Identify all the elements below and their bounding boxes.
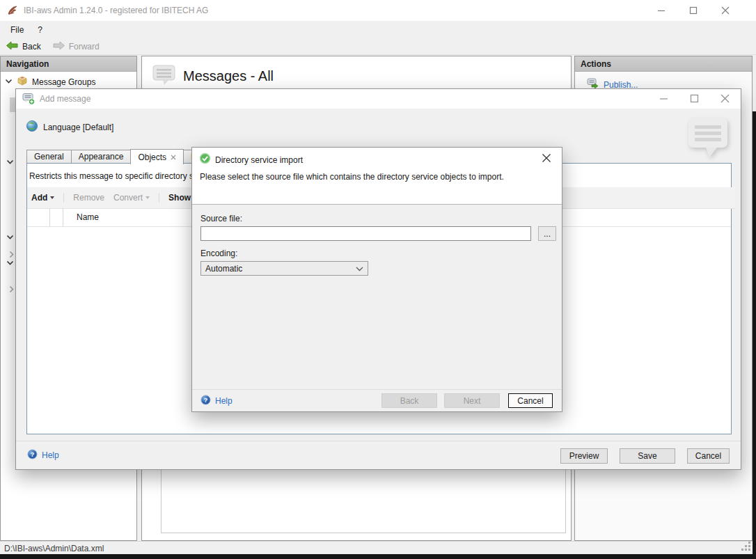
import-dialog-header[interactable]: Directory service import Please select t…	[192, 148, 562, 205]
source-file-input[interactable]	[200, 226, 531, 241]
tab-appearance[interactable]: Appearance	[71, 150, 131, 164]
messages-icon	[152, 64, 178, 88]
screen-edge-bottom	[0, 554, 756, 559]
minimize-icon[interactable]	[656, 5, 667, 16]
add-button[interactable]: Add	[31, 193, 54, 203]
preview-button[interactable]: Preview	[560, 448, 608, 464]
back-label: Back	[22, 42, 41, 52]
menu-file[interactable]: File	[3, 22, 31, 38]
chevron-down-icon[interactable]	[6, 259, 14, 269]
screen-edge-right	[753, 111, 756, 559]
chevron-right-icon[interactable]	[8, 285, 15, 295]
convert-label: Convert	[113, 193, 143, 203]
wizard-buttons: Back Next Cancel	[381, 393, 553, 408]
close-icon[interactable]	[720, 5, 731, 16]
add-message-title: Add message	[40, 94, 90, 104]
selector-column-header[interactable]	[27, 208, 50, 226]
resize-grip[interactable]	[741, 542, 750, 553]
import-dialog-description: Please select the source file which cont…	[200, 172, 504, 182]
add-message-icon	[22, 93, 36, 105]
tree-item-label: Message Groups	[32, 77, 95, 87]
add-message-titlebar[interactable]: Add message	[16, 89, 741, 109]
statusbar: D:\IBI-aws\Admin\Data.xml	[0, 541, 756, 555]
status-path: D:\IBI-aws\Admin\Data.xml	[4, 544, 104, 553]
import-dialog: Directory service import Please select t…	[191, 147, 562, 412]
show-label: Show	[168, 193, 191, 203]
remove-label: Remove	[73, 193, 104, 203]
main-toolbar: Back Forward	[0, 38, 756, 55]
svg-text:?: ?	[31, 451, 35, 458]
browse-button[interactable]: ...	[538, 226, 556, 241]
window-title: IBI-aws Admin 1.24.0 - registered for IB…	[24, 6, 208, 15]
help-label: Help	[42, 450, 59, 460]
menu-help[interactable]: ?	[31, 22, 49, 38]
convert-button[interactable]: Convert	[113, 193, 150, 203]
dialog-controls	[659, 94, 730, 105]
actions-header: Actions	[575, 56, 752, 72]
app-icon	[7, 5, 18, 16]
tab-label: Appearance	[79, 152, 124, 162]
close-icon[interactable]	[542, 153, 551, 165]
forward-label: Forward	[69, 42, 100, 52]
forward-icon	[52, 40, 65, 53]
help-icon: ?	[200, 395, 211, 407]
chevron-down-icon	[356, 264, 363, 274]
message-groups-icon	[17, 75, 28, 88]
message-watermark-icon	[687, 116, 730, 164]
help-link[interactable]: ? Help	[27, 449, 59, 462]
footer-buttons: Preview Save Cancel	[560, 448, 730, 464]
chevron-down-icon	[50, 196, 54, 199]
close-icon[interactable]	[720, 94, 730, 105]
chevron-down-icon[interactable]	[5, 77, 13, 87]
add-label: Add	[31, 193, 47, 203]
chevron-down-icon[interactable]	[6, 158, 14, 168]
maximize-icon[interactable]	[688, 5, 699, 16]
icon-column-header[interactable]	[50, 208, 63, 226]
svg-text:?: ?	[204, 397, 208, 404]
minimize-icon[interactable]	[659, 94, 668, 105]
forward-button[interactable]: Forward	[47, 38, 105, 54]
name-column-header[interactable]: Name	[63, 212, 99, 222]
save-button[interactable]: Save	[620, 448, 675, 464]
window-controls	[656, 5, 731, 16]
back-icon	[6, 40, 19, 53]
cancel-button[interactable]: Cancel	[508, 393, 553, 408]
help-label: Help	[215, 396, 233, 406]
help-icon: ?	[27, 449, 38, 462]
language-label: Language [Default]	[43, 123, 113, 132]
navigation-header: Navigation	[1, 56, 136, 72]
main-window-titlebar[interactable]: IBI-aws Admin 1.24.0 - registered for IB…	[0, 0, 756, 22]
add-message-footer: ? Help Preview Save Cancel	[16, 441, 741, 470]
screen: IBI-aws Admin 1.24.0 - registered for IB…	[0, 0, 756, 559]
next-button[interactable]: Next	[444, 393, 500, 408]
encoding-label: Encoding:	[200, 249, 237, 258]
tab-label: Objects	[138, 152, 166, 162]
import-wizard-icon	[199, 152, 211, 166]
encoding-value: Automatic	[205, 264, 242, 274]
tab-objects[interactable]: Objects	[130, 149, 184, 164]
back-button[interactable]: Back	[381, 393, 437, 408]
language-globe-icon	[26, 120, 38, 134]
maximize-icon[interactable]	[690, 94, 699, 105]
cancel-button[interactable]: Cancel	[687, 448, 730, 464]
tab-close-icon[interactable]	[171, 152, 176, 162]
encoding-select[interactable]: Automatic	[200, 261, 368, 276]
back-button[interactable]: Back	[0, 38, 47, 54]
tree-item-message-groups[interactable]: Message Groups	[5, 75, 95, 88]
chevron-down-icon[interactable]	[6, 233, 14, 243]
chevron-down-icon	[145, 196, 150, 199]
content-title: Messages - All	[183, 68, 274, 84]
import-dialog-footer: ? Help Back Next Cancel	[192, 389, 562, 412]
toolbar-separator	[63, 193, 64, 203]
toolbar-separator	[159, 193, 159, 203]
remove-button[interactable]: Remove	[73, 193, 104, 203]
tab-general[interactable]: General	[26, 150, 71, 164]
help-link[interactable]: ? Help	[200, 395, 233, 407]
source-file-label: Source file:	[200, 214, 242, 223]
tab-label: General	[34, 152, 64, 162]
menubar: File ?	[0, 21, 756, 38]
language-row: Language [Default]	[26, 120, 113, 134]
import-dialog-title: Directory service import	[215, 155, 303, 165]
